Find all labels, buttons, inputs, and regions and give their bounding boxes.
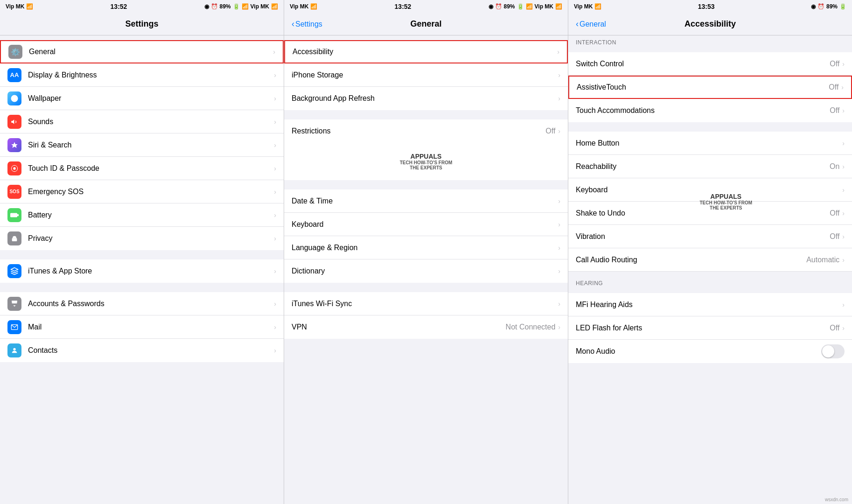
accessibility-item-keyboard[interactable]: Keyboard › [568,178,852,202]
accessibility-item-monoaudio[interactable]: Mono Audio [568,340,852,363]
settings-item-sounds[interactable]: Sounds › [0,110,284,133]
vpn-value: Not Connected [506,323,556,331]
bgrefresh-label: Background App Refresh [292,94,558,103]
wifi2-icon-2: 📶 [555,3,562,10]
general-item-keyboard[interactable]: Keyboard › [284,213,568,236]
accessibility-item-reachability[interactable]: Reachability On › [568,155,852,178]
settings-item-wallpaper[interactable]: Wallpaper › [0,87,284,110]
accessibility-item-ledflash[interactable]: LED Flash for Alerts Off › [568,316,852,340]
sos-chevron: › [274,188,276,196]
accessibility-item-switchcontrol[interactable]: Switch Control Off › [568,52,852,76]
general-item-bgrefresh[interactable]: Background App Refresh › [284,87,568,110]
general-section-2: Restrictions Off › [284,119,568,143]
general-item-language[interactable]: Language & Region › [284,236,568,259]
accessibility-item-mfihearing[interactable]: MFi Hearing Aids › [568,293,852,316]
ledflash-label: LED Flash for Alerts [576,324,830,332]
settings-item-accounts[interactable]: Accounts & Passwords › [0,292,284,315]
nav-back-label-general: Settings [295,20,322,28]
siri-chevron: › [274,141,276,149]
monoaudio-toggle[interactable] [821,344,845,358]
nav-title-accessibility: Accessibility [684,19,736,29]
general-section-1: Accessibility › iPhone Storage › Backgro… [284,40,568,110]
accessibility-item-homebutton[interactable]: Home Button › [568,132,852,155]
nav-back-accessibility[interactable]: ‹ General [576,19,606,29]
vpn-chevron: › [558,323,560,331]
ituneswifi-chevron: › [558,300,560,308]
general-item-vpn[interactable]: VPN Not Connected › [284,315,568,339]
mfihearing-chevron: › [842,301,845,308]
mail-label: Mail [28,323,274,331]
battery-icon-2: 🔋 [517,3,524,10]
siri-label: Siri & Search [28,141,274,149]
general-item-datetime[interactable]: Date & Time › [284,189,568,213]
reachability-chevron: › [842,163,845,170]
settings-item-display[interactable]: AA Display & Brightness › [0,63,284,87]
svg-point-2 [15,97,16,98]
datetime-chevron: › [558,197,560,205]
section-header-interaction: INTERACTION [568,35,852,48]
location-icon-3: ◉ [811,3,816,10]
general-item-accessibility[interactable]: Accessibility › [284,40,568,63]
settings-scroll[interactable]: ⚙️ General › AA Display & Brightness › W… [0,35,284,504]
general-item-dictionary[interactable]: Dictionary › [284,259,568,283]
touchaccommodations-label: Touch Accommodations [576,106,830,115]
general-item-restrictions[interactable]: Restrictions Off › [284,119,568,143]
shakeundo-chevron: › [842,210,845,217]
settings-item-mail[interactable]: Mail › [0,315,284,339]
settings-item-privacy[interactable]: Privacy › [0,227,284,250]
settings-item-contacts[interactable]: Contacts › [0,339,284,362]
privacy-label: Privacy [28,234,274,243]
callaudio-label: Call Audio Routing [576,256,806,264]
accessibility-chevron: › [557,48,559,56]
accessibility-item-touchaccommodations[interactable]: Touch Accommodations Off › [568,99,852,122]
sep-a1 [568,122,852,127]
general-item-ituneswifi[interactable]: iTunes Wi-Fi Sync › [284,292,568,315]
nav-bar-settings: Settings [0,13,284,35]
assistivetouch-value: Off [829,83,838,91]
back-chevron-general: ‹ [292,19,294,29]
settings-section-2: iTunes & App Store › [0,259,284,283]
nav-back-general[interactable]: ‹ Settings [292,19,322,29]
settings-item-appstore[interactable]: iTunes & App Store › [0,259,284,283]
switchcontrol-label: Switch Control [576,60,830,68]
general-section-3: Date & Time › Keyboard › Language & Regi… [284,189,568,283]
sep-a2 [568,272,852,276]
accessibility-item-shakeundo[interactable]: Shake to Undo Off › [568,202,852,225]
touchaccommodations-chevron: › [842,107,845,114]
status-left-2: Vip MK 📶 [290,3,317,10]
accessibility-item-vibration[interactable]: Vibration Off › [568,225,852,248]
nav-bar-general: ‹ Settings General [284,13,568,35]
vibration-chevron: › [842,233,845,240]
location-icon-2: ◉ [489,3,493,10]
reachability-value: On [830,162,839,171]
accessibility-item-callaudio[interactable]: Call Audio Routing Automatic › [568,248,852,272]
accessibility-scroll[interactable]: INTERACTION Switch Control Off › Assisti… [568,35,852,504]
language-chevron: › [558,244,560,252]
carrier2-label-1: Vip MK [251,3,269,10]
signal-icon-1: 📶 [242,3,249,10]
restrictions-chevron: › [558,127,560,135]
mail-icon [7,320,21,334]
status-right-1: ◉ ⏰ 89% 🔋 📶 Vip MK 📶 [204,3,278,10]
accessibility-item-assistivetouch[interactable]: AssistiveTouch Off › [568,76,852,99]
settings-item-touchid[interactable]: Touch ID & Passcode › [0,157,284,180]
status-bar-2: Vip MK 📶 13:52 ◉ ⏰ 89% 🔋 📶 Vip MK 📶 [284,0,568,13]
battery-label: Battery [28,211,274,219]
svg-point-9 [13,348,15,350]
datetime-label: Date & Time [292,197,558,205]
accounts-icon [7,297,21,311]
general-scroll[interactable]: Accessibility › iPhone Storage › Backgro… [284,35,568,504]
sep-1 [0,250,284,255]
vpn-label: VPN [292,323,506,331]
monoaudio-toggle-knob [822,345,834,357]
assistivetouch-label: AssistiveTouch [577,83,829,91]
sep-g1 [284,110,568,115]
siri-icon [7,138,21,152]
general-item-storage[interactable]: iPhone Storage › [284,63,568,87]
settings-item-battery[interactable]: Battery › [0,203,284,227]
keyboard-chevron: › [558,221,560,228]
settings-item-sos[interactable]: SOS Emergency SOS › [0,180,284,203]
settings-item-siri[interactable]: Siri & Search › [0,133,284,157]
nav-bar-accessibility: ‹ General Accessibility [568,13,852,35]
settings-item-general[interactable]: ⚙️ General › [0,40,284,63]
